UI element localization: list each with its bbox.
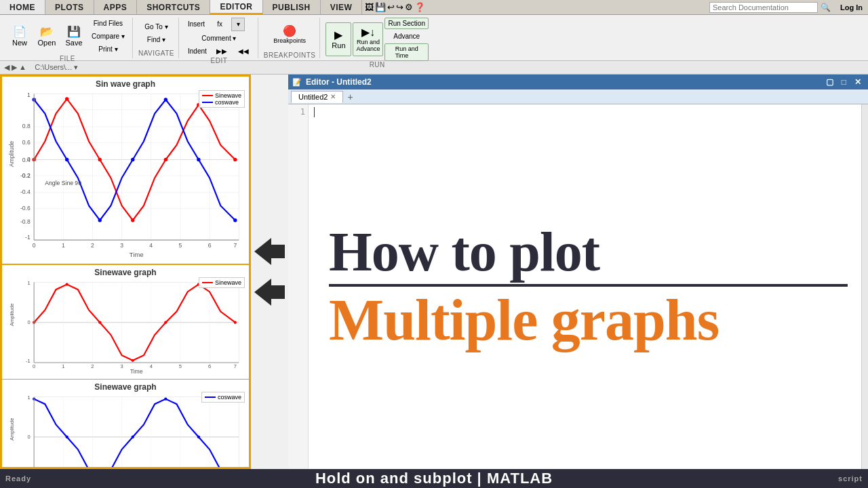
run-button[interactable]: ▶ Run [326,22,351,56]
insert-button[interactable]: Insert [184,18,208,31]
navigate-label: NAVIGATE [138,49,174,58]
mid-graph-legend: Sinewave [199,277,245,288]
run-label: RUN [370,61,385,70]
mid-graph-svg: 1 0 -1 Amplitude 0 1 2 3 4 5 6 7 Time [5,279,246,373]
editor-maximize-button[interactable]: □ [839,77,849,87]
new-button[interactable]: 📄 New [7,19,33,53]
find-files-button[interactable]: Find Files [88,18,128,29]
comment-button[interactable]: Comment ▾ [184,33,254,44]
tab-close-button[interactable]: ✕ [330,93,336,100]
new-tab-button[interactable]: + [344,92,355,102]
open-button[interactable]: 📂 Open [34,19,60,53]
svg-text:4: 4 [150,363,153,369]
menu-view[interactable]: VIEW [321,0,363,14]
svg-text:5: 5 [179,242,182,249]
svg-point-94 [164,398,167,401]
nav-btns: Go To ▾ Find ▾ [141,21,171,45]
breakpoints-label: BREAKPOINTS [264,52,316,60]
search-icon[interactable]: 🔍 [821,3,831,12]
toolbar-icons: 🖼 💾 ↩ ↪ ⚙ ❓ [362,0,428,14]
cos-color [202,102,213,103]
menu-editor[interactable]: EDITOR [210,0,262,14]
goto-button[interactable]: Go To ▾ [141,21,171,33]
svg-point-66 [234,321,237,324]
editor-tab-untitled2[interactable]: Untitled2 ✕ [291,91,343,103]
toolbar-run-section: ▶ Run ▶↓ Run andAdvance Run Section Adva… [321,18,433,58]
run-section-button[interactable]: Run Section [384,18,428,29]
run-advance-button[interactable]: ▶↓ Run andAdvance [353,22,383,56]
svg-rect-0 [34,94,239,240]
advance-button[interactable]: Advance [384,30,428,42]
svg-point-95 [197,436,200,439]
run-time-button[interactable]: Run andTime [384,43,428,61]
menu-publish[interactable]: PUBLISH [263,0,321,14]
svg-text:3: 3 [120,242,123,249]
svg-text:Amplitude: Amplitude [9,304,15,327]
edit-dropdown[interactable]: ▾ [231,18,245,31]
menu-shortcuts[interactable]: SHORTCUTS [137,0,210,14]
editor-minimize-button[interactable]: ▢ [823,77,836,87]
top-graph-legend: Sinewave coswave [199,90,245,108]
mid-sine-label: Sinewave [215,279,241,286]
svg-point-64 [164,321,167,324]
increase-indent-button[interactable]: ▶▶ [212,45,232,57]
divider-line [329,284,848,287]
fx-button[interactable]: fx [210,18,230,31]
svg-point-27 [233,218,237,222]
breakpoints-button[interactable]: 🔴 Breakpoints [270,18,309,52]
svg-text:1: 1 [28,280,31,286]
save-button[interactable]: 💾 Save [61,19,87,53]
menu-home[interactable]: HOME [0,0,45,14]
svg-text:7: 7 [234,363,237,369]
svg-point-24 [131,158,134,161]
edit-row1: Insert fx ▾ [184,18,254,31]
svg-point-22 [65,158,68,161]
editor-close-button[interactable]: ✕ [852,77,864,87]
svg-point-63 [132,359,134,362]
icon2: 💾 [375,2,386,12]
svg-text:2: 2 [91,363,94,369]
toolbar-bp-top: 🔴 Breakpoints [270,18,309,52]
menu-plots[interactable]: PLOTS [45,0,94,14]
svg-text:Amplitude: Amplitude [9,418,15,441]
breakpoint-icon: 🔴 [283,24,296,37]
left-panel: Sin wave graph Sinewave coswave [0,75,251,469]
bot-graph-legend: coswave [201,392,245,403]
new-icon: 📄 [13,25,26,38]
bottom-graphs: Sinewave graph Sinewave [2,265,249,469]
search-input[interactable] [709,2,818,13]
legend-cos: coswave [202,99,241,106]
svg-point-93 [132,436,134,439]
compare-button[interactable]: Compare ▾ [88,30,128,42]
edit-row3: Indent ▶▶ ◀◀ [184,45,254,57]
find-button[interactable]: Find ▾ [141,34,171,45]
file-extra-btns: Find Files Compare ▾ Print ▾ [88,18,128,55]
toolbar-nav-top: Go To ▾ Find ▾ [141,18,171,49]
main-area: Sin wave graph Sinewave coswave [0,75,868,469]
save-icon: 💾 [67,25,81,38]
address-text: ◀ ▶ ▲ C:\Users\... ▾ [4,63,78,72]
toolbar-edit-top: Insert fx ▾ Comment ▾ Indent ▶▶ ◀◀ [184,18,254,57]
svg-text:1: 1 [62,242,65,249]
svg-text:Time: Time [130,368,143,373]
login-button[interactable]: Log In [835,0,868,14]
menu-apps[interactable]: APPS [94,0,138,14]
toolbar-file-top: 📄 New 📂 Open 💾 Save Find Files Compare ▾… [7,18,128,55]
sine-color [202,95,213,96]
editor-area: 📝 Editor - Untitled2 ▢ □ ✕ Untitled2 ✕ +… [288,75,868,469]
status-text: Hold on and subplot | MATLAB [315,470,553,487]
svg-point-26 [197,158,200,161]
svg-text:4: 4 [149,242,153,249]
svg-text:1: 1 [28,394,31,401]
how-to-plot-text: How to plot [329,224,599,280]
svg-text:0: 0 [27,156,31,163]
svg-text:Time: Time [130,251,144,258]
bot-graph-svg: 1 0 -1 Amplitude 0 1 2 3 4 5 6 7 Time [5,393,246,469]
decrease-indent-button[interactable]: ◀◀ [233,45,254,57]
indent-button[interactable]: Indent [184,45,210,57]
toolbar-breakpoints-section: 🔴 Breakpoints BREAKPOINTS [260,18,321,58]
print-button[interactable]: Print ▾ [88,43,128,55]
open-icon: 📂 [40,25,54,38]
svg-point-61 [66,283,68,286]
svg-point-20 [233,158,237,161]
